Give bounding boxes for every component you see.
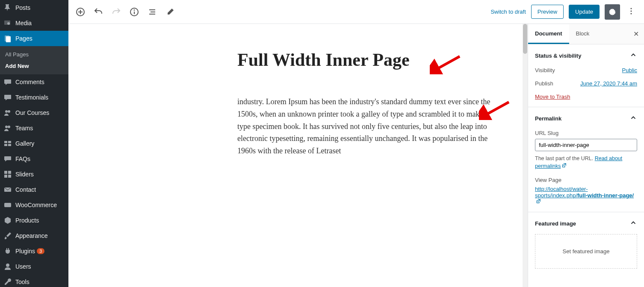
sidebar-item-plugins[interactable]: Plugins 3 [0,243,68,259]
settings-gear-button[interactable] [605,4,620,20]
sidebar-item-teams[interactable]: Teams [0,120,68,136]
outline-button[interactable] [147,7,157,17]
svg-point-6 [5,126,8,128]
external-link-icon [561,162,567,170]
sidebar-item-pages[interactable]: Pages [0,31,68,46]
sidebar-item-courses[interactable]: Our Courses [0,105,68,120]
svg-rect-17 [4,175,7,178]
sidebar-item-label: Sliders [15,171,34,178]
url-slug-input[interactable] [535,139,637,151]
user-icon [3,262,12,271]
sidebar-item-label: Plugins [15,248,35,255]
sidebar-item-comments[interactable]: Comments [0,74,68,90]
sidebar-item-testimonials[interactable]: Testimonials [0,90,68,105]
url-slug-label: URL Slug [535,130,637,136]
page-title[interactable]: Full Width Inner Page [237,50,498,70]
svg-rect-20 [4,203,11,207]
sidebar-item-label: Teams [15,125,33,132]
sidebar-item-appearance[interactable]: Appearance [0,228,68,243]
close-inspector-button[interactable]: ✕ [628,24,644,44]
testimonial-icon [3,93,12,102]
section-featured-image: Featured image Set featured image [528,212,644,275]
svg-rect-8 [4,141,7,143]
svg-point-27 [134,10,135,10]
editor-canvas[interactable]: Full Width Inner Page industry. Lorem Ip… [68,24,528,287]
plugins-badge: 3 [37,248,44,254]
sidebar-item-label: Pages [15,35,32,42]
tab-document[interactable]: Document [528,24,569,44]
svg-point-5 [8,110,10,113]
more-options-button[interactable] [625,5,637,18]
preview-button[interactable]: Preview [531,5,564,19]
section-header-permalink[interactable]: Permalink [535,114,637,123]
mail-icon [3,185,12,194]
svg-point-31 [630,8,632,9]
publish-label: Publish [535,80,553,87]
sidebar-item-label: Tools [15,278,30,285]
teams-icon [3,124,12,132]
comment-icon [3,78,12,86]
info-button[interactable] [129,7,139,17]
sidebar-item-woocommerce[interactable]: WooCommerce [0,197,68,213]
sidebar-item-label: Our Courses [15,109,49,116]
sidebar-item-label: Comments [15,79,44,85]
svg-point-1 [7,22,10,25]
set-featured-image-button[interactable]: Set featured image [535,234,637,269]
sidebar-item-label: Testimonials [15,94,48,101]
edit-button[interactable] [165,7,175,17]
editor-topbar: Switch to draft Preview Update [68,0,644,24]
sidebar-item-contact[interactable]: Contact [0,182,68,197]
courses-icon [3,108,12,117]
add-block-button[interactable] [75,7,86,17]
chevron-up-icon [629,114,637,123]
external-link-icon [536,199,541,205]
admin-sidebar: Posts Media Pages All Pages Add New Comm… [0,0,68,287]
sidebar-item-sliders[interactable]: Sliders [0,167,68,182]
sidebar-item-faqs[interactable]: FAQs [0,151,68,167]
sidebar-item-products[interactable]: Products [0,213,68,228]
svg-point-33 [630,13,632,14]
main-area: Switch to draft Preview Update Full Widt… [68,0,644,287]
sidebar-item-gallery[interactable]: Gallery [0,136,68,151]
tab-block[interactable]: Block [569,24,597,44]
switch-to-draft-link[interactable]: Switch to draft [490,9,526,15]
svg-point-4 [5,110,8,113]
svg-rect-3 [6,36,11,42]
permalink-hint: The last part of the URL. Read about per… [535,155,637,170]
slider-icon [3,170,12,179]
chevron-up-icon [629,219,637,228]
sidebar-item-label: Appearance [15,232,48,239]
wrench-icon [3,278,12,286]
sidebar-sub-all-pages[interactable]: All Pages [0,49,68,60]
publish-value-link[interactable]: June 27, 2020 7:44 am [580,80,637,87]
sidebar-sub-add-new[interactable]: Add New [0,60,68,72]
page-body-paragraph[interactable]: industry. Lorem Ipsum has been the indus… [237,96,498,157]
undo-button[interactable] [93,7,103,17]
sidebar-item-media[interactable]: Media [0,15,68,31]
sidebar-item-users[interactable]: Users [0,259,68,274]
section-header-featured[interactable]: Featured image [535,219,637,228]
update-button[interactable]: Update [569,5,600,19]
sidebar-item-label: WooCommerce [15,202,57,208]
svg-point-14 [9,158,9,158]
media-icon [3,19,12,27]
sidebar-item-posts[interactable]: Posts [0,0,68,15]
sidebar-submenu-pages: All Pages Add New [0,46,68,74]
inspector-panel: Document Block ✕ Status & visibility Vis… [528,24,644,287]
section-permalink: Permalink URL Slug The last part of the … [528,107,644,212]
canvas-scrollbar[interactable] [523,24,528,287]
visibility-value-link[interactable]: Public [622,67,637,73]
svg-point-12 [6,158,7,158]
svg-rect-11 [8,144,11,146]
svg-point-13 [7,158,8,158]
view-page-link[interactable]: http://localhost/water-sports/index.php/… [535,186,634,205]
svg-point-7 [8,126,10,128]
move-to-trash-link[interactable]: Move to Trash [535,94,570,100]
pin-icon [3,3,12,12]
redo-button[interactable] [111,7,121,17]
svg-rect-10 [4,144,7,146]
brush-icon [3,231,12,240]
section-header-status[interactable]: Status & visibility [535,51,637,60]
plug-icon [3,247,12,255]
sidebar-item-tools[interactable]: Tools [0,274,68,287]
